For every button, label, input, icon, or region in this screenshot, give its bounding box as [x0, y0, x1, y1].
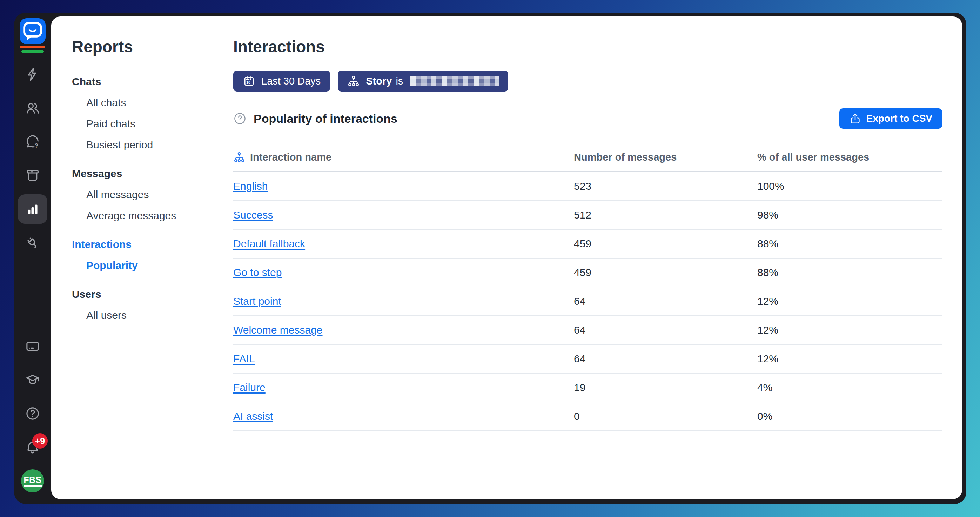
interaction-name-link[interactable]: Failure: [233, 382, 266, 393]
notification-badge: +9: [32, 433, 48, 449]
date-range-filter[interactable]: 10 Last 30 Days: [233, 70, 330, 92]
svg-text:10: 10: [246, 80, 250, 84]
avatar-initials: FBS: [24, 475, 42, 487]
export-to-csv-button[interactable]: Export to CSV: [839, 108, 942, 129]
table-row: FAIL 64 12%: [233, 345, 942, 374]
nav-section-interactions: Interactions Popularity: [72, 234, 233, 276]
table-header-row: Interaction name Number of messages % of…: [233, 151, 942, 172]
percent-of-messages-cell: 4%: [757, 382, 942, 393]
bell-icon[interactable]: +9: [14, 430, 51, 464]
nav-item-busiest-period[interactable]: Busiest period: [72, 134, 233, 155]
nav-section-messages: Messages All messages Average messages: [72, 163, 233, 226]
story-filter-redacted-value: [410, 76, 499, 86]
avatar: FBS: [21, 469, 44, 492]
column-label-interaction-name: Interaction name: [250, 151, 331, 163]
bolt-icon[interactable]: [14, 57, 51, 91]
filter-chips: 10 Last 30 Days Story is: [233, 70, 942, 92]
number-of-messages-cell: 523: [574, 180, 757, 192]
bar-chart-icon[interactable]: [14, 192, 51, 226]
table-row: English 523 100%: [233, 172, 942, 201]
account-avatar[interactable]: FBS: [14, 464, 51, 498]
nav-item-all-messages[interactable]: All messages: [72, 184, 233, 205]
number-of-messages-cell: 512: [574, 209, 757, 221]
app-window: ?: [14, 13, 966, 504]
nav-header-interactions[interactable]: Interactions: [72, 234, 233, 255]
export-button-label: Export to CSV: [866, 113, 932, 124]
number-of-messages-cell: 19: [574, 382, 757, 393]
interaction-name-link[interactable]: Default fallback: [233, 238, 305, 250]
chatbot-logo[interactable]: [20, 18, 46, 52]
number-of-messages-cell: 64: [574, 295, 757, 307]
help-circle-icon[interactable]: [233, 112, 247, 125]
logo-green-layer: [21, 50, 44, 52]
percent-of-messages-cell: 88%: [757, 238, 942, 250]
section-title: Popularity of interactions: [254, 112, 398, 126]
content-panel: Reports Chats All chats Paid chats Busie…: [51, 16, 962, 499]
popularity-table: Interaction name Number of messages % of…: [233, 151, 942, 431]
percent-of-messages-cell: 0%: [757, 410, 942, 422]
table-row: Failure 19 4%: [233, 374, 942, 402]
nav-item-all-chats[interactable]: All chats: [72, 92, 233, 113]
percent-of-messages-cell: 98%: [757, 209, 942, 221]
table-row: AI assist 0 0%: [233, 402, 942, 431]
users-icon[interactable]: [14, 91, 51, 125]
interaction-name-link[interactable]: Success: [233, 209, 273, 221]
nav-section-chats: Chats All chats Paid chats Busiest perio…: [72, 71, 233, 155]
main-content: Interactions 10 Last 30 Days: [233, 16, 962, 499]
reports-title: Reports: [72, 37, 233, 56]
nav-header-chats: Chats: [72, 71, 233, 92]
nav-item-paid-chats[interactable]: Paid chats: [72, 113, 233, 134]
help-circle-icon[interactable]: [14, 397, 51, 430]
nav-item-popularity[interactable]: Popularity: [72, 255, 233, 276]
calendar-icon: 10: [243, 75, 255, 87]
table-row: Start point 64 12%: [233, 287, 942, 316]
percent-of-messages-cell: 12%: [757, 353, 942, 365]
active-icon-highlight: [18, 194, 47, 224]
story-icon: [233, 151, 245, 163]
interaction-name-link[interactable]: Go to step: [233, 267, 282, 278]
story-icon: [347, 75, 360, 87]
page-title: Interactions: [233, 37, 942, 56]
story-filter[interactable]: Story is: [338, 70, 508, 92]
table-row: Success 512 98%: [233, 201, 942, 230]
table-body: English 523 100% Success 512 98% Default…: [233, 172, 942, 431]
section-heading-row: Popularity of interactions Export to CSV: [233, 108, 942, 129]
table-header-percent-of-messages: % of all user messages: [757, 151, 942, 163]
percent-of-messages-cell: 100%: [757, 180, 942, 192]
nav-item-all-users[interactable]: All users: [72, 305, 233, 326]
logo-orange-layer: [20, 46, 45, 48]
table-row: Welcome message 64 12%: [233, 316, 942, 345]
percent-of-messages-cell: 12%: [757, 295, 942, 307]
number-of-messages-cell: 0: [574, 410, 757, 422]
chat-question-icon[interactable]: ?: [14, 125, 51, 159]
credit-card-icon[interactable]: [14, 329, 51, 363]
chatbot-logo-icon: [20, 18, 46, 44]
plug-icon[interactable]: [14, 226, 51, 259]
number-of-messages-cell: 64: [574, 353, 757, 365]
svg-text:?: ?: [35, 142, 38, 149]
interaction-name-link[interactable]: English: [233, 180, 267, 192]
sidebar: ?: [14, 13, 51, 504]
number-of-messages-cell: 64: [574, 324, 757, 336]
interaction-name-link[interactable]: Welcome message: [233, 324, 323, 336]
table-header-interaction-name: Interaction name: [233, 151, 574, 163]
nav-header-messages: Messages: [72, 163, 233, 184]
percent-of-messages-cell: 12%: [757, 324, 942, 336]
percent-of-messages-cell: 88%: [757, 267, 942, 278]
interaction-name-link[interactable]: Start point: [233, 295, 281, 307]
interaction-name-link[interactable]: FAIL: [233, 353, 255, 365]
table-header-number-of-messages: Number of messages: [574, 151, 757, 163]
number-of-messages-cell: 459: [574, 238, 757, 250]
table-row: Go to step 459 88%: [233, 259, 942, 287]
nav-header-users: Users: [72, 284, 233, 305]
table-row: Default fallback 459 88%: [233, 230, 942, 259]
export-icon: [849, 113, 861, 124]
story-filter-key: Story: [366, 75, 392, 87]
archive-box-icon[interactable]: [14, 159, 51, 192]
interaction-name-link[interactable]: AI assist: [233, 410, 273, 422]
nav-section-users: Users All users: [72, 284, 233, 326]
nav-item-average-messages[interactable]: Average messages: [72, 205, 233, 226]
story-filter-operator: is: [396, 75, 403, 87]
graduation-cap-icon[interactable]: [14, 363, 51, 397]
reports-nav: Reports Chats All chats Paid chats Busie…: [51, 16, 233, 499]
